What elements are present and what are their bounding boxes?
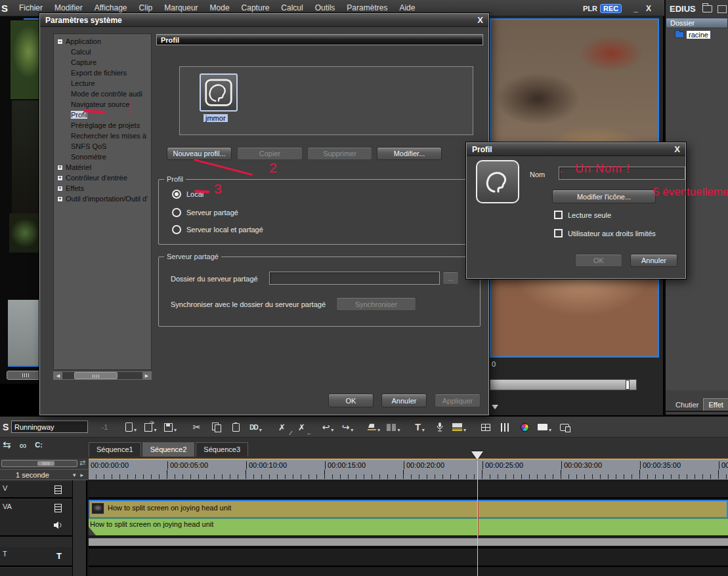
timeline-ruler[interactable]: 00:00:00:00 00:00:05:00 00:00:10:00 00:0… <box>89 460 728 480</box>
chevron-down-icon[interactable] <box>73 472 76 478</box>
tree-item-export[interactable]: Export de fichiers <box>54 68 151 78</box>
track-header-v[interactable]: V <box>0 482 72 499</box>
chevron-right-icon[interactable] <box>80 472 83 478</box>
ok-button[interactable]: OK <box>328 394 374 407</box>
radio-icon[interactable] <box>172 208 181 217</box>
project-name-box[interactable]: Runningway <box>11 421 88 433</box>
title-track-icon[interactable]: T <box>56 551 62 561</box>
collapse-icon[interactable] <box>57 39 63 45</box>
menu-aide[interactable]: Aide <box>393 3 421 12</box>
settings-close-icon[interactable]: X <box>477 15 483 25</box>
color-correction-button[interactable] <box>516 419 534 435</box>
menu-calcul[interactable]: Calcul <box>275 3 309 12</box>
drive-icon[interactable]: C: <box>35 441 43 449</box>
video-track-icon[interactable] <box>54 504 62 512</box>
clipped-toolbar-icon[interactable] <box>717 5 727 13</box>
close-window-button[interactable]: X <box>646 4 651 13</box>
track-header-t[interactable]: T T <box>0 547 72 567</box>
tab-sequence3[interactable]: Séquence3 <box>196 442 248 457</box>
minimize-button[interactable]: _ <box>633 4 638 13</box>
expand-icon[interactable] <box>57 175 63 181</box>
timeline-zoom-slider[interactable] <box>1 460 77 467</box>
settings-titlebar[interactable]: Paramètres système X <box>40 14 488 27</box>
tree-item-navigateur[interactable]: Navigateur source <box>54 99 151 110</box>
tree-item-prereglage[interactable]: Préréglage de projets <box>54 120 151 131</box>
save-project-button[interactable] <box>161 419 179 435</box>
tree-item-lecture[interactable]: Lecture <box>54 78 151 89</box>
track-lane-t[interactable] <box>89 547 728 567</box>
profile-ok-button[interactable]: OK <box>575 254 622 267</box>
player-seek-bar[interactable] <box>490 379 637 390</box>
fit-to-window-icon[interactable]: ⇄ <box>79 459 85 467</box>
checkbox-lecture-seule[interactable]: Lecture seule <box>554 211 611 219</box>
modify-icon-button[interactable]: Modifier l'icône... <box>552 190 656 203</box>
expand-icon[interactable] <box>57 196 63 202</box>
profile-cancel-button[interactable]: Annuler <box>630 254 677 267</box>
checkbox-icon[interactable] <box>554 229 563 237</box>
menu-fichier[interactable]: Fichier <box>13 3 49 12</box>
shuttle-icon[interactable]: ⇆ <box>3 439 11 451</box>
tab-chutier[interactable]: Chutier <box>671 399 703 411</box>
apply-button[interactable]: Appliquer <box>435 394 481 407</box>
menu-capture[interactable]: Capture <box>236 3 276 12</box>
radio-serveur-local-partage[interactable]: Serveur local et partagé <box>172 225 263 234</box>
tree-item-sonometre[interactable]: Sonomètre <box>54 152 151 162</box>
tab-effet[interactable]: Effet <box>703 398 728 411</box>
menu-marqueur[interactable]: Marqueur <box>158 3 203 12</box>
track-lane-va[interactable]: How to split screen on joying head unit … <box>89 500 728 537</box>
radio-icon[interactable] <box>172 225 181 234</box>
undo-button[interactable]: ↩ <box>319 419 337 435</box>
add-cut-point-button[interactable] <box>365 419 383 435</box>
menu-parametres[interactable]: Paramètres <box>341 3 393 12</box>
video-clip[interactable]: How to split screen on joying head unit <box>89 500 728 518</box>
tab-sequence1[interactable]: Séquence1 <box>89 442 141 457</box>
track-header-partial[interactable] <box>0 568 72 576</box>
profile-list[interactable]: jmmor <box>179 66 473 135</box>
scroll-left-icon[interactable] <box>54 372 62 379</box>
tree-item-effets[interactable]: Effets <box>54 183 151 194</box>
delete-in-out-button[interactable]: ✗ <box>273 419 291 435</box>
track-header-va[interactable]: VA <box>0 500 72 537</box>
zoom-slider-thumb[interactable] <box>37 461 54 466</box>
export-button[interactable] <box>450 419 468 435</box>
new-sequence-button[interactable] <box>122 419 140 435</box>
scrollbar-thumb[interactable] <box>74 372 118 379</box>
bin-column-header[interactable]: Dossier <box>666 18 728 28</box>
modify-profile-button[interactable]: Modifier... <box>377 147 442 160</box>
scroll-right-icon[interactable] <box>142 372 151 379</box>
player-seek-position[interactable] <box>626 380 630 390</box>
radio-serveur-partage[interactable]: Serveur partagé <box>172 208 238 217</box>
track-patch-panel[interactable] <box>72 480 87 576</box>
playhead-handle[interactable] <box>471 451 483 460</box>
loop-icon[interactable]: ∞ <box>20 440 27 451</box>
multicam-mode-button[interactable] <box>477 419 494 435</box>
ripple-delete-button[interactable]: ✗ <box>293 419 310 435</box>
track-lane-v[interactable] <box>89 482 728 499</box>
audio-clip[interactable]: How to split screen on joying head unit <box>89 518 728 535</box>
browse-folder-button[interactable]: ... <box>442 272 459 285</box>
folder-icon[interactable] <box>702 5 712 12</box>
menu-mode[interactable]: Mode <box>204 3 236 12</box>
tree-item-materiel[interactable]: Matériel <box>54 162 151 173</box>
menu-outils[interactable]: Outils <box>309 3 341 12</box>
track-lane-partial[interactable] <box>89 568 728 576</box>
redo-button[interactable]: ↪ <box>339 419 356 435</box>
player-mode-plr[interactable]: PLR <box>583 5 597 12</box>
timeline-zoom-preset[interactable]: 1 seconde <box>0 469 88 480</box>
cut-button[interactable]: ✂ <box>188 419 205 435</box>
menu-modifier[interactable]: Modifier <box>49 3 89 12</box>
delete-profile-button[interactable]: Supprimer <box>307 147 372 160</box>
copy-profile-button[interactable]: Copier <box>237 147 303 160</box>
open-project-button[interactable] <box>142 419 160 435</box>
tree-item-mode-controle[interactable]: Mode de contrôle audi <box>54 89 151 99</box>
capture-button[interactable] <box>555 419 573 435</box>
add-to-bin-button[interactable]: DD <box>247 419 265 435</box>
radio-selected-icon[interactable] <box>172 190 181 199</box>
expand-icon[interactable] <box>57 186 63 192</box>
tree-horizontal-scrollbar[interactable] <box>53 371 152 380</box>
menu-affichage[interactable]: Affichage <box>89 3 133 12</box>
tree-item-capture[interactable]: Capture <box>54 57 151 68</box>
speaker-icon[interactable] <box>53 521 63 529</box>
cancel-button[interactable]: Annuler <box>381 394 427 407</box>
tree-item-controleur[interactable]: Contrôleur d'entrée <box>54 173 151 183</box>
